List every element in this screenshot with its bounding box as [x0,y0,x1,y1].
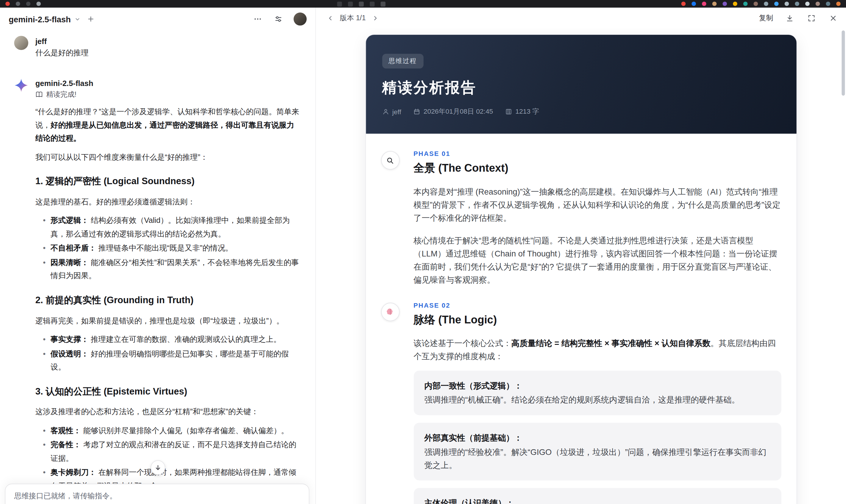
list-item: 客观性：能够识别并尽量排除个人偏见（如幸存者偏差、确认偏差）。 [51,424,300,437]
bullet-list: 形式逻辑：结构必须有效（Valid）。比如演绎推理中，如果前提全部为真，那么通过… [35,214,300,282]
user-message: jeff 什么是好的推理 [14,36,300,58]
phase-paragraph: 核心情境在于解决“思考的随机性”问题。不论是人类通过批判性思维进行决策，还是大语… [413,234,781,286]
section-heading-2: 2. 前提的真实性 (Grounding in Truth) [35,292,300,308]
extension-icon[interactable] [754,1,758,6]
new-chat-button[interactable] [86,14,96,24]
fullscreen-button[interactable] [806,13,817,23]
bullet-list: 事实支撑：推理建立在可靠的数据、准确的观测或公认的真理之上。 假设透明：好的推理… [35,332,300,374]
composer-placeholder[interactable]: 思维接口已就绪，请传输指令。 [14,491,300,501]
meta-word-count: 1213 字 [505,107,540,116]
meta-author: jeff [382,108,401,116]
message-composer[interactable]: 思维接口已就绪，请传输指令。 [5,484,309,504]
calendar-icon [413,108,420,115]
sliders-icon [274,15,283,23]
phase-2: PHASE 02 脉络 (The Logic) 该论述基于一个核心公式：高质量结… [381,302,781,504]
version-label: 版本 1/1 [340,13,366,23]
dimension-card: 主体伦理（认识美德）： 转向推理者的心理特征。引入奥卡姆剃刀和反向论证，旨在克服… [413,488,781,504]
download-icon [786,14,794,22]
person-icon [382,108,389,115]
report-meta: jeff 2026年01月08日 02:45 1213 字 [382,107,780,116]
extension-icon[interactable] [722,1,727,6]
dimension-card: 外部真实性（前提基础）： 强调推理的“经验校准”。解决“GIGO（垃圾进，垃圾出… [413,423,781,481]
dimension-card: 内部一致性（形式逻辑）： 强调推理的“机械正确”。结论必须在给定的规则系统内逻辑… [413,371,781,415]
artifact-toolbar: 版本 1/1 复制 [316,8,846,28]
mic-icon[interactable] [369,1,374,6]
list-item: 假设透明：好的推理会明确指明哪些是已知事实，哪些是基于可能的假设。 [51,347,300,373]
menu-icon[interactable] [16,1,20,6]
previous-version-button[interactable] [326,13,335,23]
section-intro-3: 这涉及推理者的心态和方法论，也是区分“杠精”和“思想家”的关键： [35,405,300,418]
scroll-to-bottom-button[interactable] [151,460,165,475]
tab-icon[interactable] [348,1,352,6]
extension-icon[interactable] [712,1,717,6]
extension-icon[interactable] [774,1,779,6]
phase-title: 全景 (The Context) [413,161,781,176]
section-intro-2: 逻辑再完美，如果前提是错误的，推理也是垃圾（即“垃圾进，垃圾出”）。 [35,314,300,327]
extension-icon[interactable] [733,1,737,6]
extension-icon[interactable] [826,1,830,6]
list-item: 形式逻辑：结构必须有效（Valid）。比如演绎推理中，如果前提全部为真，那么通过… [51,214,300,240]
phase-intro: 该论述基于一个核心公式：高质量结论 = 结构完整性 × 事实准确性 × 认知自律… [413,337,781,363]
section-heading-3: 3. 认知的公正性 (Epistemic Virtues) [35,383,300,400]
phase-title: 脉络 (The Logic) [413,312,781,327]
status-text: 精读完成! [46,90,76,100]
chevron-right-icon [372,14,379,21]
expand-icon [807,14,815,22]
phase-paragraph: 本内容是对“推理 (Reasoning)”这一抽象概念的高层建模。在知识爆炸与人… [413,185,781,224]
tab-icon[interactable] [337,1,342,6]
user-avatar [14,36,28,50]
profile-icon[interactable] [836,1,841,6]
translate-icon[interactable] [381,1,385,6]
more-options-button[interactable] [252,14,263,25]
reading-status: 精读完成! [35,90,300,100]
share-icon[interactable] [359,1,364,6]
chat-panel: gemini-2.5-flash [0,8,316,504]
copy-button[interactable]: 复制 [759,13,773,23]
report-card: 思维过程 精读分析报告 jeff 2026年01月08日 02:45 [365,34,797,504]
close-button[interactable] [828,13,839,23]
arrow-down-icon [155,464,162,471]
report-title: 精读分析报告 [382,78,780,97]
account-avatar[interactable] [294,13,306,25]
plus-icon [87,15,95,23]
counter-icon [505,108,512,115]
extension-icon[interactable] [805,1,810,6]
assistant-message: gemini-2.5-flash 精读完成! “什么是好的推理？”这是一个涉及逻… [14,78,300,504]
extension-icon[interactable] [816,1,820,6]
list-item: 事实支撑：推理建立在可靠的数据、准确的观测或公认的真理之上。 [51,332,300,346]
chevron-left-icon [327,14,334,21]
section-heading-1: 1. 逻辑的严密性 (Logical Soundness) [35,174,300,190]
extension-icon[interactable] [681,1,686,6]
model-selector[interactable]: gemini-2.5-flash [8,14,81,23]
extension-icon[interactable] [691,1,696,6]
gemini-icon [15,79,28,92]
extension-icon[interactable] [702,1,706,6]
chevron-down-icon [75,16,81,22]
ellipsis-icon [253,15,262,23]
next-version-button[interactable] [371,13,380,23]
artifact-content[interactable]: 思维过程 精读分析报告 jeff 2026年01月08日 02:45 [316,28,846,504]
model-name: gemini-2.5-flash [8,14,71,23]
intro-paragraph: “什么是好的推理？”这是一个涉及逻辑学、认知科学和哲学核心的问题。简单来说，好的… [35,105,300,145]
list-item: 不自相矛盾：推理链条中不能出现“既是又非”的情况。 [51,241,300,255]
extension-icon[interactable] [785,1,789,6]
extension-icon[interactable] [743,1,748,6]
record-icon[interactable] [5,1,10,6]
section-intro-1: 这是推理的基石。好的推理必须遵循逻辑法则： [35,195,300,208]
extension-icon[interactable] [795,1,799,6]
brain-icon [386,308,394,316]
chat-settings-button[interactable] [273,14,284,25]
back-icon[interactable] [26,1,31,6]
chat-header: gemini-2.5-flash [0,8,315,31]
phase-label: PHASE 01 [413,150,781,158]
report-header: 思维过程 精读分析报告 jeff 2026年01月08日 02:45 [366,35,796,134]
extension-icon[interactable] [764,1,768,6]
report-body: PHASE 01 全景 (The Context) 本内容是对“推理 (Reas… [366,133,796,504]
download-button[interactable] [785,13,795,23]
phase-1: PHASE 01 全景 (The Context) 本内容是对“推理 (Reas… [381,150,781,286]
chat-message-list[interactable]: jeff 什么是好的推理 gem [0,32,315,504]
book-icon [35,91,43,98]
bookmark-icon[interactable] [36,1,41,6]
close-icon [829,14,837,22]
scrollbar-thumb[interactable] [842,30,845,95]
